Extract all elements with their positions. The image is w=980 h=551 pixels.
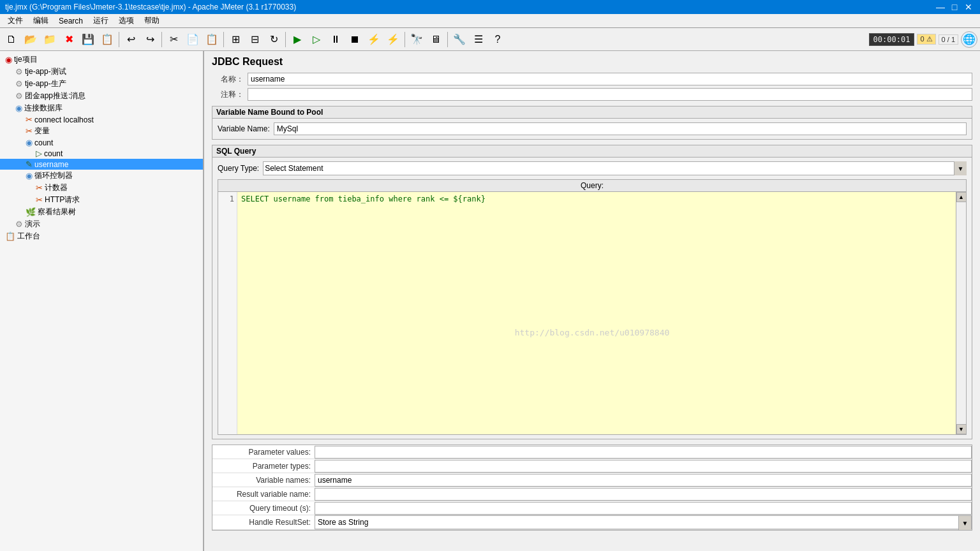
tree-item-username[interactable]: ✎username xyxy=(0,159,203,170)
expand-btn[interactable]: ⊞ xyxy=(226,31,244,48)
var-pool-legend: Variable Name Bound to Pool xyxy=(212,107,972,119)
menu-item-编辑[interactable]: 编辑 xyxy=(28,14,54,27)
param-section: Parameter values: Parameter types: Varia… xyxy=(212,444,972,531)
comment-row: 注释： xyxy=(212,88,972,101)
tree-item-vars[interactable]: ✂变量 xyxy=(0,125,203,137)
save-config-btn[interactable]: 📋 xyxy=(98,31,116,48)
list-btn[interactable]: ☰ xyxy=(470,31,487,48)
tree-label-demo: 演示 xyxy=(25,219,40,230)
tree-panel: ◉tje项目⚙tje-app-测试⚙tje-app-生产⚙团金app推送:消息◉… xyxy=(0,51,204,551)
variable-name-input[interactable] xyxy=(274,122,967,135)
tree-icon-group-msg: ⚙ xyxy=(15,91,23,101)
variable-name-row: Variable Name: xyxy=(218,122,967,135)
collapse-btn[interactable]: ⊟ xyxy=(246,31,264,48)
remote-run-btn[interactable]: ⚡ xyxy=(365,31,383,48)
query-type-select[interactable]: Select Statement Update Statement Callab… xyxy=(263,161,967,175)
tree-item-count-child[interactable]: ▷count xyxy=(0,148,203,159)
var-names-input[interactable] xyxy=(315,474,972,487)
result-var-input[interactable] xyxy=(315,488,972,501)
tree-icon-workbench: 📋 xyxy=(5,231,15,241)
tree-item-counter[interactable]: ✂计数器 xyxy=(0,182,203,194)
monitor-btn[interactable]: 🖥 xyxy=(427,31,445,48)
query-label: Query: xyxy=(218,180,966,192)
help-btn[interactable]: ? xyxy=(489,31,507,48)
menu-item-选项[interactable]: 选项 xyxy=(114,14,139,27)
tree-item-app-test[interactable]: ⚙tje-app-测试 xyxy=(0,66,203,78)
close-file-btn[interactable]: 📁 xyxy=(41,31,59,48)
tree-item-demo[interactable]: ⚙演示 xyxy=(0,218,203,230)
titlebar: tje.jmx (G:\Program Files\Jmeter-3.1\tes… xyxy=(0,0,980,14)
panel-title: JDBC Request xyxy=(212,56,972,68)
tree-item-loop-ctrl[interactable]: ◉循环控制器 xyxy=(0,170,203,182)
result-var-row: Result variable name: xyxy=(212,487,972,501)
main-area: ◉tje项目⚙tje-app-测试⚙tje-app-生产⚙团金app推送:消息◉… xyxy=(0,51,980,551)
new-btn[interactable]: 🗋 xyxy=(3,31,20,48)
run-btn[interactable]: ▶ xyxy=(288,31,306,48)
sep1 xyxy=(119,32,119,47)
query-editor[interactable] xyxy=(237,192,956,434)
handle-resultset-select[interactable]: Store as String Store as Object Count Re… xyxy=(315,516,971,529)
tree-item-workbench[interactable]: 📋工作台 xyxy=(0,230,203,242)
param-values-input[interactable] xyxy=(315,446,972,459)
tree-item-root[interactable]: ◉tje项目 xyxy=(0,54,203,66)
param-values-label: Parameter values: xyxy=(212,448,315,457)
copy-btn[interactable]: 📄 xyxy=(184,31,202,48)
tree-icon-demo: ⚙ xyxy=(15,219,23,229)
tree-item-db-connect[interactable]: ◉连接数据库 xyxy=(0,102,203,114)
remote-stop-btn[interactable]: ⚡ xyxy=(384,31,402,48)
param-types-row: Parameter types: xyxy=(212,459,972,473)
stop-btn[interactable]: ⏹ xyxy=(346,31,364,48)
scroll-down[interactable]: ▼ xyxy=(956,424,967,434)
cut-btn[interactable]: ✂ xyxy=(165,31,182,48)
paste-btn[interactable]: 📋 xyxy=(203,31,221,48)
tree-label-counter: 计数器 xyxy=(45,182,68,193)
tree-item-http-req[interactable]: ✂HTTP请求 xyxy=(0,194,203,206)
scroll-up[interactable]: ▲ xyxy=(956,192,967,202)
query-timeout-input[interactable] xyxy=(315,502,972,515)
query-body: 1 http://blog.csdn.net/u010978840 ▲ ▼ xyxy=(218,192,966,434)
tree-label-count: count xyxy=(34,138,53,147)
sql-query-section: SQL Query Query Type: Select Statement U… xyxy=(212,145,972,439)
redo-btn[interactable]: ↪ xyxy=(141,31,159,48)
save-btn[interactable]: 💾 xyxy=(79,31,97,48)
var-pool-section: Variable Name Bound to Pool Variable Nam… xyxy=(212,106,972,140)
warning-count: 0 ⚠ xyxy=(917,34,935,45)
tree-icon-vars: ✂ xyxy=(26,126,33,136)
tree-item-group-msg[interactable]: ⚙团金app推送:消息 xyxy=(0,90,203,102)
maximize-button[interactable]: □ xyxy=(948,1,961,13)
query-type-row: Query Type: Select Statement Update Stat… xyxy=(218,161,967,175)
menu-item-文件[interactable]: 文件 xyxy=(3,14,28,27)
open-btn[interactable]: 📂 xyxy=(22,31,40,48)
undo-btn[interactable]: ↩ xyxy=(122,31,140,48)
comment-input[interactable] xyxy=(248,88,972,101)
menu-item-帮助[interactable]: 帮助 xyxy=(139,14,165,27)
binoculars-btn[interactable]: 🔭 xyxy=(408,31,426,48)
tree-item-connect-local[interactable]: ✂connect localhost xyxy=(0,114,203,125)
close-button[interactable]: ✕ xyxy=(962,1,975,13)
globe-btn[interactable]: 🌐 xyxy=(961,31,977,48)
menu-item-运行[interactable]: 运行 xyxy=(88,14,114,27)
run2-btn[interactable]: ▷ xyxy=(308,31,325,48)
minimize-button[interactable]: — xyxy=(934,1,947,13)
pause-btn[interactable]: ⏸ xyxy=(327,31,345,48)
func-btn[interactable]: 🔧 xyxy=(450,31,468,48)
name-row: 名称： xyxy=(212,73,972,85)
tree-label-vars: 变量 xyxy=(34,126,50,136)
query-timeout-label: Query timeout (s): xyxy=(212,504,315,513)
tree-icon-view-results: 🌿 xyxy=(26,207,36,217)
stop-config-btn[interactable]: ✖ xyxy=(60,31,78,48)
tree-item-count[interactable]: ◉count xyxy=(0,137,203,148)
menubar: 文件编辑Search运行选项帮助 xyxy=(0,14,980,28)
var-names-row: Variable names: xyxy=(212,473,972,487)
tree-label-view-results: 察看结果树 xyxy=(38,207,76,217)
name-input[interactable] xyxy=(248,73,972,85)
param-types-input[interactable] xyxy=(315,460,972,473)
query-type-select-wrap: Select Statement Update Statement Callab… xyxy=(263,161,967,175)
tree-item-view-results[interactable]: 🌿察看结果树 xyxy=(0,206,203,218)
name-label: 名称： xyxy=(212,74,244,85)
rotate-btn[interactable]: ↻ xyxy=(265,31,283,48)
tree-item-app-prod[interactable]: ⚙tje-app-生产 xyxy=(0,78,203,90)
sep2 xyxy=(161,32,162,47)
menu-item-Search[interactable]: Search xyxy=(54,15,88,27)
tree-label-group-msg: 团金app推送:消息 xyxy=(25,91,85,101)
